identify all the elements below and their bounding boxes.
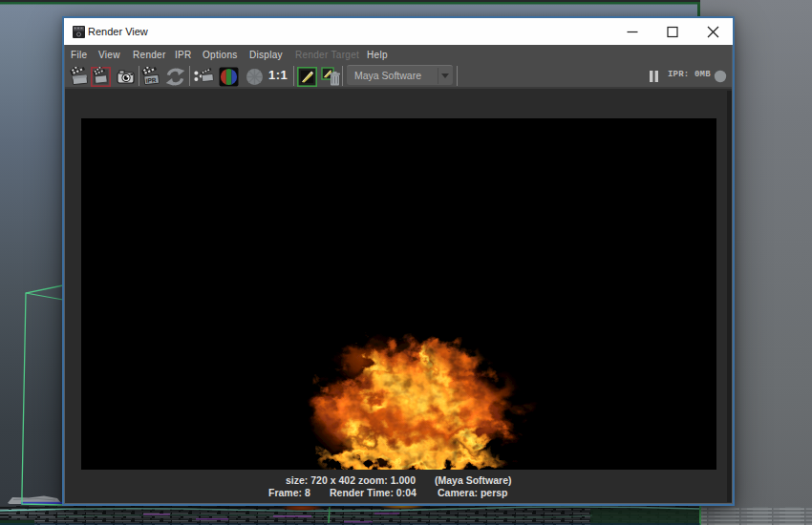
- svg-text:IPR: IPR: [145, 76, 157, 84]
